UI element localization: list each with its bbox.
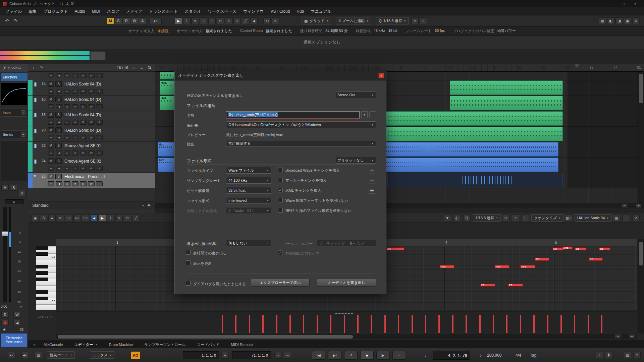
editor-quantize-select[interactable]: 1/16 3 連符▼ [473, 214, 501, 222]
draw-tool-icon[interactable]: ✎ [115, 215, 123, 221]
redo-icon[interactable]: ↷ [12, 17, 19, 24]
read-icon[interactable]: R [80, 120, 87, 125]
midi-clip[interactable]: Gro [158, 158, 174, 172]
conflict-select[interactable]: 常に確認する▼ [226, 140, 376, 147]
range-select-tool-icon[interactable]: I [183, 17, 191, 24]
range-tool-icon[interactable]: I [107, 215, 114, 221]
export-audio-button[interactable]: オーディオを書き出し [317, 279, 376, 287]
tab-サンプラーコントロール[interactable]: サンプラーコントロール [139, 341, 191, 348]
menu-icon[interactable]: ≡ [96, 89, 103, 94]
velocity-bar[interactable] [384, 315, 386, 333]
visibility-preset-row[interactable]: Standard ▼ [28, 201, 155, 209]
track-row[interactable]: ●◀e#RW≡ [28, 72, 155, 80]
velocity-bar[interactable] [398, 315, 399, 333]
minimize-button[interactable]: – [605, 0, 617, 7]
piano-key-B4[interactable] [36, 305, 56, 310]
go-to-previous-marker-button[interactable]: |◀ [312, 351, 325, 360]
midi-icon[interactable]: # [72, 181, 78, 186]
menu-icon[interactable]: ≡ [96, 181, 103, 186]
track-row-24[interactable]: 24MSGroove Agent SE 02●◀e#RW≡ [28, 157, 155, 173]
velocity-bar[interactable] [317, 315, 318, 333]
velocity-bar[interactable] [466, 315, 467, 333]
record-arm-icon[interactable]: ● [48, 73, 54, 78]
scissors-icon[interactable]: ✂ [502, 215, 509, 221]
tab-MixConsole[interactable]: MixConsole [38, 341, 68, 348]
velocity-bar[interactable] [588, 315, 589, 333]
track-solo-button[interactable]: S [55, 112, 62, 118]
inspector-mute-button[interactable]: M [1, 185, 9, 191]
velocity-bar[interactable] [235, 315, 236, 333]
track-solo-button[interactable]: S [55, 97, 62, 102]
midi-icon[interactable]: # [72, 166, 78, 171]
monitor-icon[interactable]: ◀ [56, 150, 62, 156]
write-icon[interactable]: W [88, 181, 95, 186]
velocity-bar[interactable] [276, 315, 277, 333]
read-icon[interactable]: R [80, 166, 87, 171]
expand-icon[interactable]: + [21, 110, 25, 115]
dialog-titlebar[interactable]: オーディオミックスダウン書き出し [175, 71, 386, 80]
monitor-icon[interactable]: ◀ [56, 135, 62, 140]
record-arm-icon[interactable]: ● [48, 104, 54, 109]
format-preset-select[interactable]: プリセットなし▼ [335, 157, 376, 164]
midi-clip[interactable] [369, 158, 558, 172]
quantize-preset-select[interactable]: Q1/16 3 連符▼ [376, 17, 409, 24]
midi-clip[interactable] [369, 127, 563, 141]
track-mute-button[interactable]: M [48, 143, 54, 148]
pin-icon[interactable]: ◉ [32, 215, 39, 221]
velocity-bar[interactable] [560, 315, 562, 333]
automation-s-button[interactable]: S [115, 17, 122, 24]
track-row-22[interactable]: 22MSGroove Agent SE 01●◀e#RW≡ [28, 142, 155, 157]
selected-track-name-box[interactable]: Electronica Percussion [1, 334, 27, 347]
midi-note[interactable]: A#5 [440, 265, 454, 268]
glue-tool-icon[interactable]: ∪ [200, 17, 207, 24]
write-icon[interactable]: W [88, 135, 95, 140]
scrollbar-handle[interactable] [639, 242, 643, 265]
tab-コードパッド[interactable]: コードパッド [192, 341, 225, 348]
menu-item[interactable]: MIDI [89, 7, 104, 15]
name-history-dropdown[interactable]: ▼ [361, 111, 368, 118]
record-arm-icon[interactable]: ● [48, 120, 54, 125]
output-channel-select[interactable]: Stereo Out▼ [335, 92, 376, 98]
editor-vertical-scrollbar[interactable] [638, 239, 644, 334]
velocity-bar[interactable] [574, 315, 575, 333]
keyboard-display-icon[interactable]: ▦▼ [565, 215, 572, 221]
zoom-tool-icon[interactable]: ○ [233, 17, 241, 24]
midi-icon[interactable]: # [72, 73, 78, 78]
piano-key-D#6[interactable] [36, 246, 48, 250]
velocity-bar[interactable] [344, 315, 345, 333]
menu-item[interactable]: Hub [293, 7, 307, 15]
track-mute-button[interactable]: M [48, 174, 54, 179]
velocity-bar[interactable] [438, 315, 440, 333]
autoscroll-icon[interactable]: ↪▼ [263, 17, 271, 24]
maximize-button[interactable]: □ [617, 0, 629, 7]
gear-button[interactable] [369, 187, 375, 194]
grid-type-select[interactable]: ▦グリッド▼ [302, 17, 331, 24]
format-checkbox[interactable]: ✓ [278, 188, 283, 192]
piano-key-C#5[interactable] [36, 297, 48, 300]
read-icon[interactable]: R [80, 73, 87, 78]
sends-section-button[interactable]: Sends+ [1, 130, 27, 138]
midi-note[interactable]: D6 [575, 247, 586, 250]
velocity-bar[interactable] [452, 315, 453, 333]
format-checkbox[interactable] [278, 168, 283, 172]
read-icon[interactable]: R [80, 181, 87, 186]
edit-channel-icon[interactable]: e [64, 73, 70, 78]
menu-icon[interactable]: ≡ [96, 166, 103, 171]
track-solo-button[interactable]: S [55, 81, 62, 87]
midi-note[interactable]: D#6 [562, 246, 573, 249]
track-row-14[interactable]: 14MSHALion Sonic 04 (D)●◀e#RW≡ [28, 80, 155, 96]
track-mute-button[interactable]: M [48, 112, 54, 118]
piano-keyboard[interactable]: C6C5 [36, 246, 56, 310]
grid-icon[interactable]: ▦ [35, 352, 42, 358]
format-checkbox[interactable] [278, 178, 283, 182]
track-row-26[interactable]: ★26MSElectronica - Percu...TL●◀e#RW≡ [28, 173, 155, 188]
edit-instrument-select[interactable]: HALion Sonic 04▼ [575, 214, 611, 222]
stop-button[interactable]: ■ [360, 351, 374, 360]
lock-icon[interactable]: ▪ [274, 352, 282, 359]
record-arm-icon[interactable]: ● [48, 135, 54, 140]
acoustic-feedback-icon[interactable]: ◀ [90, 215, 98, 221]
monitor-button[interactable]: ◀ [13, 320, 21, 326]
menu-item[interactable]: マニュアル [307, 7, 334, 15]
velocity-lane[interactable] [56, 311, 637, 334]
keep-dialog-open-checkbox[interactable] [186, 281, 191, 286]
